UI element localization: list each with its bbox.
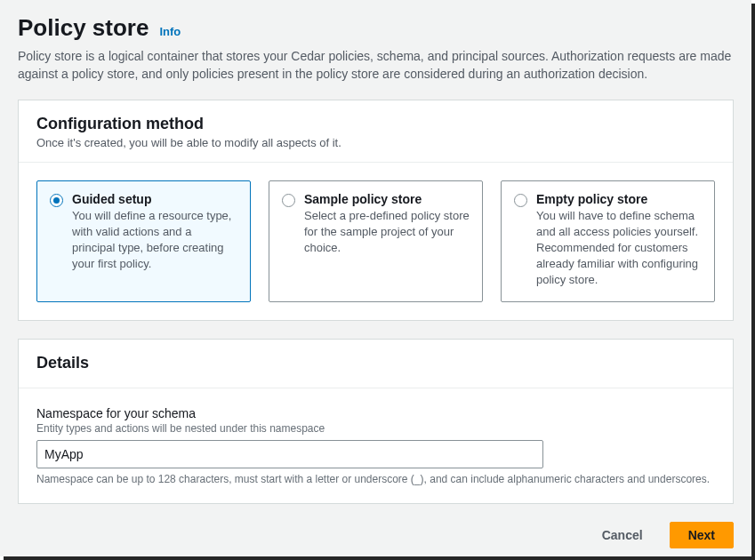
option-desc: You will have to define schema and all a… <box>536 208 702 289</box>
option-desc: Select a pre-defined policy store for th… <box>304 208 470 257</box>
page-description: Policy store is a logical container that… <box>18 47 734 84</box>
option-empty-policy-store[interactable]: Empty policy store You will have to defi… <box>501 180 715 302</box>
option-title: Sample policy store <box>304 192 470 206</box>
namespace-input[interactable] <box>36 440 543 468</box>
option-content: Sample policy store Select a pre-defined… <box>304 192 470 257</box>
option-content: Guided setup You will define a resource … <box>72 192 237 273</box>
configuration-method-panel: Configuration method Once it's created, … <box>18 100 734 321</box>
radio-icon <box>50 194 63 207</box>
radio-icon <box>282 194 295 207</box>
option-title: Empty policy store <box>536 192 702 206</box>
details-body: Namespace for your schema Entity types a… <box>19 388 733 503</box>
configuration-method-body: Guided setup You will define a resource … <box>19 163 733 320</box>
details-panel: Details Namespace for your schema Entity… <box>18 339 734 504</box>
option-title: Guided setup <box>72 192 237 206</box>
options-row: Guided setup You will define a resource … <box>36 180 715 302</box>
option-sample-policy-store[interactable]: Sample policy store Select a pre-defined… <box>269 180 483 302</box>
namespace-help: Entity types and actions will be nested … <box>36 422 715 435</box>
next-button[interactable]: Next <box>670 522 734 548</box>
namespace-label: Namespace for your schema <box>36 406 715 420</box>
details-header: Details <box>19 340 733 388</box>
details-title: Details <box>36 354 715 372</box>
option-content: Empty policy store You will have to defi… <box>536 192 702 289</box>
cancel-button[interactable]: Cancel <box>584 522 661 548</box>
configuration-method-title: Configuration method <box>36 115 715 133</box>
info-link[interactable]: Info <box>159 25 181 38</box>
configuration-method-subtitle: Once it's created, you will be able to m… <box>36 136 715 149</box>
page-header: Policy store Info <box>18 14 734 42</box>
radio-icon <box>514 194 527 207</box>
page-title: Policy store <box>18 14 149 42</box>
option-desc: You will define a resource type, with va… <box>72 208 237 273</box>
configuration-method-header: Configuration method Once it's created, … <box>19 100 733 163</box>
namespace-constraint: Namespace can be up to 128 characters, m… <box>36 473 715 485</box>
footer-actions: Cancel Next <box>18 522 734 548</box>
page-container: Policy store Info Policy store is a logi… <box>0 0 751 556</box>
option-guided-setup[interactable]: Guided setup You will define a resource … <box>36 180 251 302</box>
